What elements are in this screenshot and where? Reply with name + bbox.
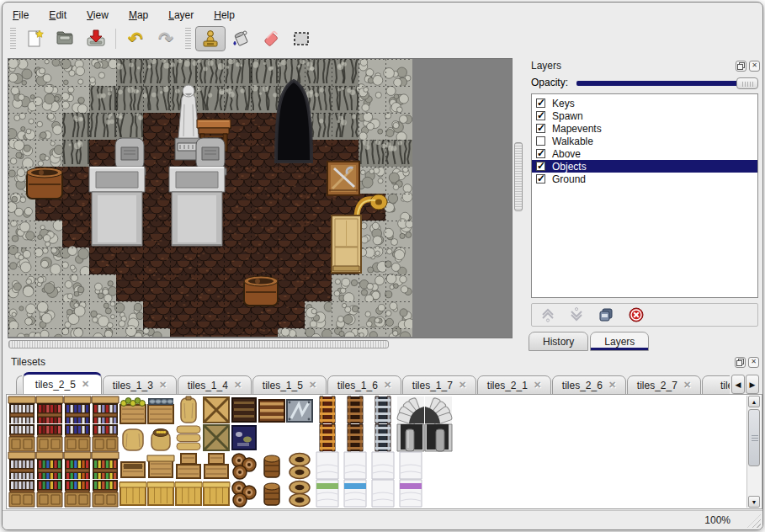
menu-map[interactable]: Map bbox=[129, 9, 148, 21]
layer-row-above[interactable]: ✓Above bbox=[532, 147, 757, 160]
tileset-tab-tiles_2_6[interactable]: tiles_2_6✕ bbox=[552, 375, 626, 395]
close-panel-button[interactable]: ✕ bbox=[749, 61, 760, 72]
scrollbar-handle[interactable] bbox=[8, 340, 389, 348]
tileset-tab-tiles_2_5[interactable]: tiles_2_5✕ bbox=[23, 372, 102, 395]
toolbar-grip[interactable] bbox=[10, 28, 16, 50]
layer-visibility-checkbox[interactable] bbox=[536, 136, 545, 146]
tilesets-panel-title: Tilesets bbox=[11, 356, 732, 368]
tab-label: tiles_1_4 bbox=[188, 380, 228, 391]
tab-close-icon[interactable]: ✕ bbox=[309, 380, 316, 391]
tileset-tab-tiles_1_3[interactable]: tiles_1_3✕ bbox=[103, 375, 177, 395]
tab-close-icon[interactable]: ✕ bbox=[608, 380, 616, 391]
tileset-tab-tiles_1_7[interactable]: tiles_1_7✕ bbox=[402, 375, 476, 395]
tileset-tab-tiles_1_6[interactable]: tiles_1_6✕ bbox=[327, 375, 401, 395]
float-panel-button[interactable] bbox=[735, 357, 746, 368]
map-horizontal-scrollbar[interactable] bbox=[8, 339, 513, 350]
layer-visibility-checkbox[interactable]: ✓ bbox=[536, 162, 545, 171]
layer-name: Ground bbox=[552, 173, 586, 185]
tab-close-icon[interactable]: ✕ bbox=[159, 380, 167, 391]
menu-edit[interactable]: Edit bbox=[49, 9, 66, 21]
float-icon bbox=[736, 359, 744, 366]
tileset-tab-tiles_[interactable]: tiles_✕ bbox=[702, 375, 730, 395]
menu-help[interactable]: Help bbox=[214, 9, 235, 21]
menu-file[interactable]: File bbox=[13, 9, 29, 21]
tab-close-icon[interactable]: ✕ bbox=[683, 380, 691, 391]
eraser-tool-button[interactable] bbox=[256, 26, 286, 51]
opacity-slider[interactable] bbox=[575, 77, 758, 89]
layer-row-mapevents[interactable]: ✓Mapevents bbox=[532, 122, 757, 135]
scrollbar-handle[interactable] bbox=[748, 409, 760, 466]
tileset-canvas[interactable] bbox=[8, 396, 454, 508]
tab-label: tiles_1_7 bbox=[412, 380, 453, 391]
layer-visibility-checkbox[interactable]: ✓ bbox=[536, 149, 545, 158]
fill-tool-button[interactable] bbox=[226, 26, 256, 51]
stamp-icon bbox=[199, 28, 221, 50]
tilesets-panel: Tilesets ✕ tiles_2_5✕tiles_1_3✕tiles_1_4… bbox=[6, 354, 762, 512]
new-map-button[interactable] bbox=[20, 26, 50, 51]
tab-close-icon[interactable]: ✕ bbox=[82, 379, 89, 390]
menu-layer[interactable]: Layer bbox=[168, 9, 194, 21]
tab-scroll-right-button[interactable]: ▶ bbox=[746, 375, 759, 394]
tab-close-icon[interactable]: ✕ bbox=[384, 380, 391, 391]
tileset-vertical-scrollbar[interactable]: ▲ ▼ bbox=[746, 396, 761, 508]
opacity-slider-thumb[interactable] bbox=[736, 77, 758, 89]
toolbar-grip-2[interactable] bbox=[185, 28, 191, 50]
layer-row-spawn[interactable]: ✓Spawn bbox=[532, 109, 757, 122]
scrollbar-handle[interactable] bbox=[514, 142, 523, 211]
layer-row-walkable[interactable]: Walkable bbox=[532, 135, 757, 147]
tileset-content: ▲ ▼ bbox=[6, 394, 762, 509]
scroll-down-button[interactable]: ▼ bbox=[748, 496, 760, 508]
close-panel-button[interactable]: ✕ bbox=[748, 357, 759, 368]
open-map-button[interactable] bbox=[50, 26, 81, 51]
tab-close-icon[interactable]: ✕ bbox=[534, 380, 541, 391]
save-map-button[interactable] bbox=[81, 26, 111, 51]
undo-icon: ↶ bbox=[128, 30, 143, 47]
scroll-up-button[interactable]: ▲ bbox=[748, 396, 760, 407]
layer-row-keys[interactable]: ✓Keys bbox=[532, 97, 757, 109]
tab-label: tiles_2_1 bbox=[487, 380, 528, 391]
layer-row-ground[interactable]: ✓Ground bbox=[532, 173, 757, 185]
tilesets-panel-header: Tilesets ✕ bbox=[6, 354, 762, 370]
tab-scroll-buttons: ◀ ▶ bbox=[731, 375, 759, 394]
select-tool-button[interactable] bbox=[286, 26, 316, 51]
stamp-tool-button[interactable] bbox=[195, 26, 226, 51]
tileset-tab-tiles_2_7[interactable]: tiles_2_7✕ bbox=[627, 375, 701, 395]
layers-panel-header: Layers ✕ bbox=[526, 58, 763, 73]
tab-label: tiles_2_7 bbox=[637, 380, 677, 391]
tab-scroll-left-button[interactable]: ◀ bbox=[731, 375, 745, 394]
tab-label: tiles_1_3 bbox=[113, 380, 153, 391]
tab-label: tiles_1_5 bbox=[263, 380, 303, 391]
map-view bbox=[8, 58, 524, 350]
layer-visibility-checkbox[interactable]: ✓ bbox=[536, 124, 545, 133]
move-layer-down-button[interactable] bbox=[569, 306, 584, 323]
layer-visibility-checkbox[interactable]: ✓ bbox=[536, 174, 545, 184]
layer-name: Mapevents bbox=[552, 123, 602, 135]
float-icon bbox=[737, 62, 745, 70]
tileset-tab-tiles_2_1[interactable]: tiles_2_1✕ bbox=[477, 375, 551, 395]
status-bar: 100% bbox=[3, 510, 762, 529]
clipped-tab[interactable] bbox=[16, 375, 22, 395]
tab-close-icon[interactable]: ✕ bbox=[459, 380, 466, 391]
tab-close-icon[interactable]: ✕ bbox=[234, 380, 242, 391]
delete-layer-button[interactable] bbox=[628, 306, 645, 323]
redo-icon: ↷ bbox=[158, 30, 173, 47]
opacity-slider-track bbox=[576, 81, 755, 86]
save-icon bbox=[85, 28, 107, 50]
map-vertical-scrollbar[interactable] bbox=[513, 58, 524, 338]
move-layer-up-button[interactable] bbox=[540, 306, 555, 323]
float-panel-button[interactable] bbox=[736, 61, 746, 72]
dock-tab-layers[interactable]: Layers bbox=[590, 332, 649, 351]
layer-visibility-checkbox[interactable]: ✓ bbox=[536, 98, 545, 108]
layer-row-objects[interactable]: ✓Objects bbox=[532, 160, 757, 173]
duplicate-layer-button[interactable] bbox=[598, 306, 614, 323]
map-canvas[interactable] bbox=[8, 59, 512, 338]
redo-button[interactable]: ↷ bbox=[151, 26, 181, 51]
dock-tab-history[interactable]: History bbox=[529, 332, 588, 351]
menu-bar: File Edit View Map Layer Help bbox=[3, 3, 762, 24]
tileset-tab-tiles_1_5[interactable]: tiles_1_5✕ bbox=[252, 375, 327, 395]
menu-view[interactable]: View bbox=[87, 9, 109, 21]
layer-visibility-checkbox[interactable]: ✓ bbox=[536, 111, 545, 120]
layer-name: Spawn bbox=[552, 110, 583, 122]
undo-button[interactable]: ↶ bbox=[120, 26, 151, 51]
tileset-tab-tiles_1_4[interactable]: tiles_1_4✕ bbox=[178, 375, 252, 395]
